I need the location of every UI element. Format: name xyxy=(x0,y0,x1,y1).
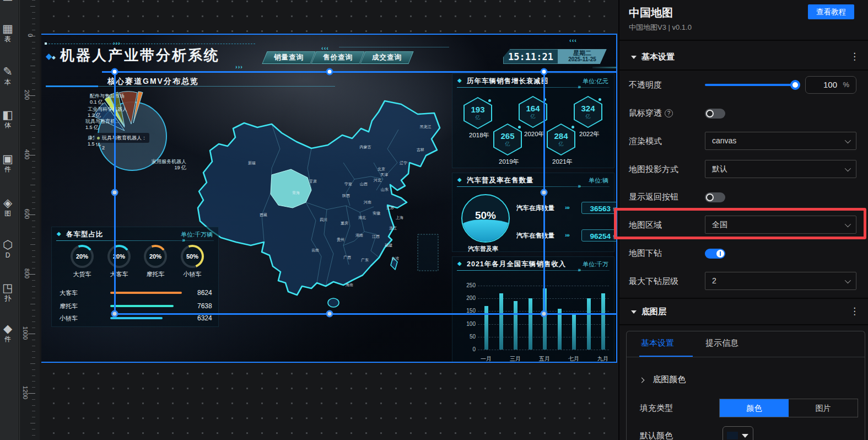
ruler-tick xyxy=(32,191,35,191)
ruler-tick xyxy=(32,119,35,120)
deco-arrows-left: ‹‹‹ xyxy=(321,45,329,51)
ruler-number: 600 xyxy=(24,209,30,219)
ruler-tick xyxy=(32,268,35,269)
opacity-slider-handle[interactable] xyxy=(790,80,800,90)
bar-value: 7638 xyxy=(197,302,212,310)
sidebar-item-4[interactable]: ▣件 xyxy=(0,152,19,174)
pie-label-value: 0.1 亿 xyxy=(90,99,103,105)
query-button-deals[interactable]: 成交查询 xyxy=(363,51,411,64)
pie-label-name: 家用服务机器人 xyxy=(152,159,186,164)
tab-tooltip-info[interactable]: 提示信息 xyxy=(705,338,738,348)
sidebar-item-5[interactable]: ◈图 xyxy=(0,196,19,218)
ruler-tick xyxy=(32,131,35,132)
default-color-picker[interactable] xyxy=(723,426,753,440)
help-icon[interactable]: ? xyxy=(665,109,673,117)
title-diamond-icon-small: ◆ xyxy=(52,55,56,60)
collapse-triangle-icon[interactable] xyxy=(631,56,637,59)
projection-select[interactable]: 默认 xyxy=(705,160,856,178)
chevron-right-icon xyxy=(639,378,645,383)
hex-dot-icon xyxy=(518,126,521,128)
hex-year-label: 2022年 xyxy=(579,130,600,138)
selection-handle[interactable] xyxy=(111,189,118,196)
province-label: 重庆 xyxy=(341,221,348,226)
penetration-panel-unit: 单位:辆 xyxy=(589,176,608,185)
fill-option-color[interactable]: 颜色 xyxy=(720,399,789,417)
fill-option-image[interactable]: 图片 xyxy=(789,399,858,417)
selection-handle[interactable] xyxy=(111,68,118,76)
selection-handle[interactable] xyxy=(541,189,548,196)
section-basic-settings[interactable]: 基本设置 ⋮ xyxy=(619,46,868,68)
province-label: 吉林 xyxy=(417,147,424,153)
kebab-menu-icon[interactable]: ⋮ xyxy=(850,51,859,62)
sidebar-item-7[interactable]: ◳扑 xyxy=(0,281,19,303)
panel-guillemet: » xyxy=(578,183,581,189)
pie-label-value: 1.2 亿 xyxy=(88,112,101,118)
color-swatch xyxy=(727,432,738,439)
selection-handle[interactable] xyxy=(111,310,118,318)
sidebar-item-1[interactable]: ▦表 xyxy=(0,22,19,44)
render-mode-label: 渲染模式 xyxy=(629,136,662,147)
bar-value: 8624 xyxy=(197,289,212,297)
projection-label: 地图投影方式 xyxy=(629,164,678,175)
divider xyxy=(619,40,868,41)
stat-label: 汽车在售数量 xyxy=(516,232,554,240)
ruler-tick xyxy=(30,66,35,66)
ruler-tick xyxy=(32,227,35,227)
show-back-label: 显示返回按钮 xyxy=(629,192,678,202)
ruler-tick xyxy=(32,256,35,257)
ruler-tick xyxy=(32,221,35,221)
kebab-menu-icon[interactable]: ⋮ xyxy=(850,305,859,317)
selection-handle[interactable] xyxy=(326,68,333,76)
editor-stage: ▭▦表✎本◧体▣件◈图⬡D◳扑◆件 020040060080010001200 … xyxy=(0,0,868,440)
drill-toggle[interactable] xyxy=(705,249,725,259)
gauge-percent-text: 20% xyxy=(73,247,91,266)
sidebar-item-0[interactable]: ▭ xyxy=(0,0,19,4)
china-map[interactable] xyxy=(189,96,455,318)
ruler-tick xyxy=(30,423,35,423)
sidebar-item-2[interactable]: ✎本 xyxy=(0,65,19,87)
selection-handle[interactable] xyxy=(326,310,333,318)
selection-handle[interactable] xyxy=(541,310,548,318)
month-bar xyxy=(514,301,517,350)
y-axis-tick: 200 xyxy=(462,295,476,301)
hex-badge-2018年: 193亿 xyxy=(463,97,492,129)
tab-basic-settings[interactable]: 基本设置 xyxy=(641,338,674,348)
sidebar-item-6[interactable]: ⬡D xyxy=(0,238,19,260)
ruler-tick xyxy=(32,381,35,382)
base-color-group[interactable]: 底图颜色 xyxy=(640,374,686,385)
mouse-through-toggle[interactable] xyxy=(705,109,725,119)
query-button-sales[interactable]: 销量查询 xyxy=(265,51,313,64)
show-back-toggle[interactable] xyxy=(705,192,725,202)
selection-top-edge[interactable] xyxy=(102,71,616,73)
dashboard-canvas[interactable]: ››› ‹‹‹ ‹‹‹ ◆ ◆ 机器人产业带分析系统 ››› 销量查询 售价查询… xyxy=(41,34,617,363)
opacity-slider-track[interactable] xyxy=(705,84,796,86)
render-mode-select[interactable]: canvas xyxy=(705,132,856,150)
section-base-layer[interactable]: 底图层 ⋮ xyxy=(619,301,868,323)
clock-widget: 15:11:21 星期二 2025-11-25 xyxy=(503,49,607,64)
vehicle-panel-title: 各车型占比 xyxy=(66,230,104,239)
ruler-tick xyxy=(32,202,35,203)
panel-underline xyxy=(56,240,214,241)
ruler-tick xyxy=(32,411,35,411)
vehicle-panel-header: ◆ 各车型占比 单位:千万辆 » xyxy=(52,227,218,240)
sidebar-item-3[interactable]: ◧体 xyxy=(0,108,19,130)
tutorial-button[interactable]: 查看教程 xyxy=(808,4,854,19)
selection-handle[interactable] xyxy=(541,68,548,76)
query-button-price[interactable]: 售价查询 xyxy=(314,51,362,64)
sidebar-item-8[interactable]: ◆件 xyxy=(0,322,19,344)
hex-dot-icon xyxy=(599,98,601,101)
panel-diamond-icon: ◆ xyxy=(457,77,462,83)
gauge-label: 汽车普及率 xyxy=(468,245,498,253)
title-diamond-icon: ◆ xyxy=(46,51,52,61)
monthly-sales-panel: ◆ 2021年各月全国车辆销售收入 单位:千万 » 05010015020025… xyxy=(452,256,614,363)
drill-level-select[interactable]: 2 xyxy=(705,272,856,290)
default-color-label: 默认颜色 xyxy=(640,431,673,440)
ruler-tick xyxy=(32,167,35,168)
clock-weekday: 星期二 xyxy=(558,50,607,57)
hex-value: 164 xyxy=(520,104,546,113)
collapse-triangle-icon[interactable] xyxy=(631,310,637,314)
vehicle-bar-row: 摩托车7638 xyxy=(60,302,211,310)
opacity-input[interactable]: 100 % xyxy=(805,76,856,94)
ruler-number: 800 xyxy=(24,269,30,278)
chevron-down-icon xyxy=(845,277,851,283)
